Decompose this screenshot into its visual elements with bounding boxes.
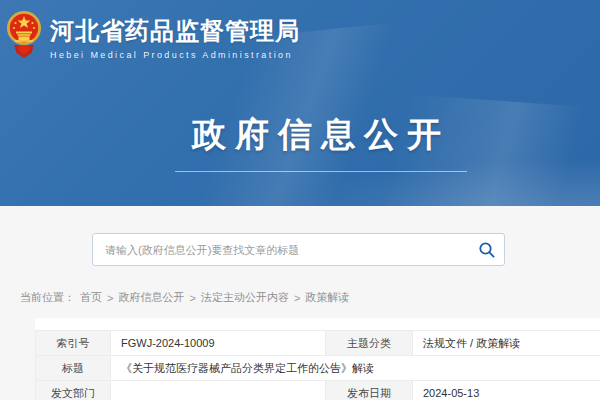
breadcrumb-policy-interpretation[interactable]: 政策解读 [305,290,349,305]
index-number-value: FGWJ-2024-10009 [111,331,326,356]
department-value [111,381,326,400]
org-name-en: Hebei Medical Products Administration [50,50,300,60]
china-national-emblem-icon [6,9,42,65]
document-info-card: 索引号 FGWJ-2024-10009 主题分类 法规文件 / 政策解读 标题 … [35,318,600,400]
banner-underline [175,171,467,172]
breadcrumb-separator: > [189,292,195,304]
site-header: 河北省药品监督管理局 Hebei Medical Products Admini… [0,0,600,206]
category-value: 法规文件 / 政策解读 [413,331,600,356]
banner-title: 政府信息公开 [175,112,467,158]
publish-date-label: 发布日期 [326,381,413,400]
search-box [92,233,505,266]
table-row: 标题 《关于规范医疗器械产品分类界定工作的公告》解读 [36,356,600,381]
table-row: 索引号 FGWJ-2024-10009 主题分类 法规文件 / 政策解读 [36,331,600,356]
org-name-cn: 河北省药品监督管理局 [50,15,300,47]
breadcrumb-separator: > [107,292,113,304]
breadcrumb-statutory-disclosure[interactable]: 法定主动公开内容 [201,290,289,305]
publish-date-value: 2024-05-13 [413,381,600,400]
title-value: 《关于规范医疗器械产品分类界定工作的公告》解读 [111,356,600,381]
table-row: 发文部门 发布日期 2024-05-13 [36,381,600,400]
search-icon [478,241,496,259]
search-button[interactable] [470,234,504,265]
banner: 政府信息公开 [175,112,467,172]
breadcrumb-gov-info[interactable]: 政府信息公开 [118,290,184,305]
title-label: 标题 [36,356,111,381]
department-label: 发文部门 [36,381,111,400]
document-info-table: 索引号 FGWJ-2024-10009 主题分类 法规文件 / 政策解读 标题 … [35,330,600,400]
org-name-block: 河北省药品监督管理局 Hebei Medical Products Admini… [50,15,300,60]
search-input[interactable] [93,244,470,256]
breadcrumb-prefix: 当前位置： [20,290,75,305]
breadcrumb-home[interactable]: 首页 [80,290,102,305]
site-logo[interactable]: 河北省药品监督管理局 Hebei Medical Products Admini… [6,6,300,68]
index-number-label: 索引号 [36,331,111,356]
breadcrumb-separator: > [294,292,300,304]
breadcrumb: 当前位置： 首页 > 政府信息公开 > 法定主动公开内容 > 政策解读 [20,290,349,305]
category-label: 主题分类 [326,331,413,356]
